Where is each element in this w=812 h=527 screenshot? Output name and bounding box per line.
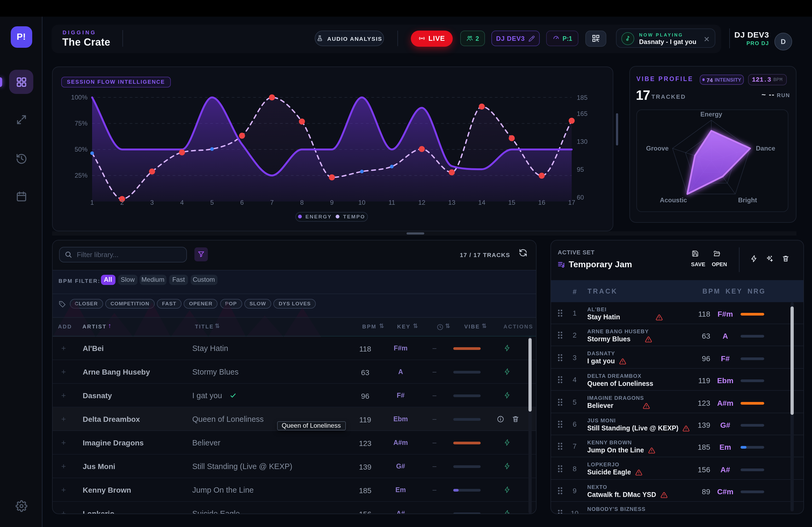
svg-text:Energy: Energy (700, 110, 722, 118)
svg-text:25%: 25% (75, 171, 88, 179)
svg-text:75%: 75% (75, 119, 88, 127)
svg-text:3: 3 (150, 199, 154, 206)
svg-text:2: 2 (120, 199, 124, 206)
svg-text:12: 12 (418, 199, 425, 206)
svg-text:11: 11 (389, 199, 395, 206)
svg-text:Acoustic: Acoustic (660, 196, 687, 204)
svg-text:10: 10 (358, 199, 365, 206)
svg-text:6: 6 (240, 199, 244, 206)
svg-text:50%: 50% (75, 146, 88, 153)
svg-text:95: 95 (577, 166, 584, 173)
svg-text:17: 17 (568, 199, 576, 206)
svg-text:60: 60 (577, 194, 584, 201)
svg-text:15: 15 (508, 199, 515, 206)
svg-text:Groove: Groove (646, 144, 669, 152)
svg-text:130: 130 (577, 138, 588, 145)
svg-text:4: 4 (180, 199, 184, 206)
svg-text:100%: 100% (71, 93, 88, 101)
svg-text:Dance: Dance (756, 144, 775, 152)
svg-text:185: 185 (577, 94, 588, 101)
svg-text:13: 13 (448, 199, 455, 206)
svg-text:165: 165 (577, 110, 588, 117)
svg-text:9: 9 (330, 199, 334, 206)
svg-text:8: 8 (300, 199, 304, 206)
svg-text:Bright: Bright (738, 196, 757, 204)
svg-text:7: 7 (270, 199, 274, 206)
svg-text:1: 1 (90, 199, 94, 206)
svg-text:5: 5 (210, 199, 214, 206)
svg-text:16: 16 (538, 199, 545, 206)
svg-text:14: 14 (478, 199, 485, 206)
